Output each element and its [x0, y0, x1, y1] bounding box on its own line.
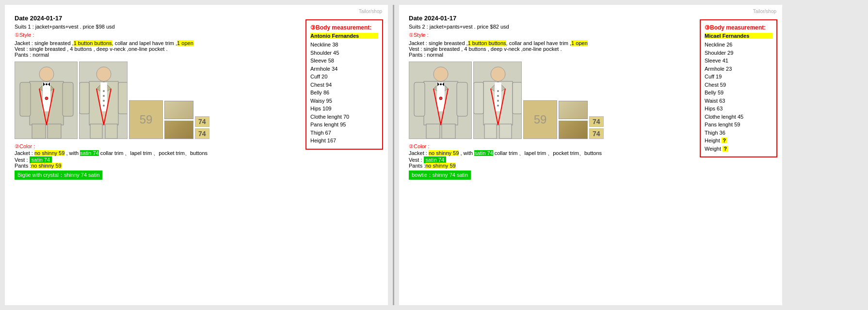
- svg-point-4: [45, 97, 48, 100]
- jacket-color-h1-1: no shinny 59: [34, 150, 64, 156]
- number-tags-1: 74 74: [195, 116, 209, 139]
- m2-clothe: Clothe lenght 45: [705, 113, 772, 121]
- color-label-1: ②Color :: [15, 143, 35, 149]
- number-tag-74b-1: 74: [195, 128, 209, 139]
- jacket-mid-2: , collar and lapel have trim ,: [506, 40, 572, 46]
- tie-label-2: bowtie：shinny 74 satin: [409, 170, 471, 180]
- m2-thigh: Thigh 36: [705, 129, 772, 137]
- page-1: Tailor/shop Date 2024-01-17 Suits 1 : ja…: [5, 5, 388, 305]
- m2-armhole: Armhole 23: [705, 65, 772, 73]
- suit-front-figure-1: [15, 62, 78, 139]
- svg-rect-14: [63, 82, 73, 116]
- svg-point-9: [39, 67, 54, 81]
- m1-shoulder: Shoulder 45: [310, 49, 378, 57]
- suit-front-figure-2: [409, 62, 472, 139]
- m1-clothe: Clothe lenght 70: [310, 113, 378, 121]
- vest-color-h1-2: satin 74: [424, 156, 447, 163]
- jacket-color-1: Jacket : no shinny 59 , with satin 74 co…: [15, 150, 378, 157]
- fabric-swatches-2: [559, 101, 588, 139]
- jacket-color-post-1: collar trim 、lapel trim 、pocket trim、but…: [99, 150, 208, 156]
- badge-number-1: 59: [140, 113, 153, 126]
- m2-cuff: Cuff 19: [705, 73, 772, 81]
- measurement-title-2: ③Body measurement:: [705, 24, 772, 31]
- fabric-swatches-1: [164, 101, 193, 139]
- m2-height-label: Height: [705, 138, 720, 143]
- svg-point-27: [96, 67, 111, 81]
- m1-hips: Hips 109: [310, 105, 378, 113]
- pants-color-pre-2: Pants :: [409, 163, 425, 169]
- jacket-h2-1: 1 open: [177, 40, 193, 46]
- svg-point-20: [103, 95, 105, 97]
- svg-rect-37: [426, 124, 440, 139]
- svg-rect-56: [499, 124, 512, 139]
- number-tags-2: 74 74: [589, 116, 604, 139]
- svg-rect-29: [118, 82, 128, 114]
- svg-point-51: [497, 100, 499, 102]
- jacket-color-mid-2: , with: [459, 150, 474, 156]
- badge-number-2: 59: [534, 113, 547, 126]
- m1-sleeve: Sleeve 58: [310, 57, 378, 65]
- svg-point-22: [103, 105, 105, 107]
- pants-color-1: Pants :no shinny 59: [15, 163, 378, 169]
- measurement-name-1: Antonio Fernandes: [310, 33, 378, 39]
- jacket-color-h1-2: no shinny 59: [429, 150, 459, 156]
- m1-cuff: Cuff 20: [310, 73, 378, 81]
- m2-belly: Belly 59: [705, 89, 772, 97]
- svg-rect-8: [48, 124, 61, 139]
- m1-thigh: Thigh 67: [310, 129, 378, 137]
- badge-area-2: 59: [523, 100, 557, 139]
- m1-chest: Chest 94: [310, 81, 378, 89]
- jacket-color-h2-1: satin 74: [80, 150, 99, 156]
- measurement-title-1: ③Body measurement:: [310, 24, 378, 31]
- color-label-2: ②Color :: [409, 143, 429, 149]
- jacket-h2-2: 1 open: [571, 40, 588, 46]
- style-label-2: ①Style :: [409, 32, 429, 38]
- m2-weight-value: ？: [723, 146, 728, 152]
- m1-belly: Belly 86: [310, 89, 378, 97]
- vest-color-pre-1: Vest :: [15, 157, 30, 163]
- page-number-1: Tailor/shop: [359, 9, 382, 14]
- jacket-h1-1: 1 button buttons: [74, 40, 112, 46]
- svg-rect-25: [90, 124, 102, 139]
- m1-pans: Pans lenght 95: [310, 121, 378, 129]
- svg-point-57: [491, 67, 505, 81]
- badge-area-1: 59: [129, 100, 163, 139]
- svg-rect-7: [32, 124, 46, 139]
- pants-color-h1-2: no shinny 59: [425, 163, 455, 169]
- svg-rect-38: [442, 124, 455, 139]
- svg-point-52: [497, 105, 499, 107]
- jacket-color-post-2: collar trim 、lapel trim 、pocket trim、but…: [493, 150, 602, 156]
- page-separator: [393, 5, 394, 305]
- fabric-swatch-2b: [559, 121, 588, 139]
- vest-color-2: Vest : satin 74: [409, 157, 772, 163]
- number-tag-74-1: 74: [195, 116, 209, 127]
- vest-color-h1-1: satin 74: [30, 156, 52, 163]
- number-tag-74-2: 74: [589, 116, 604, 127]
- fabric-swatch-2a: [559, 101, 588, 119]
- svg-point-42: [440, 83, 442, 85]
- suit-side-figure-1: [79, 62, 128, 139]
- measurement-box-1: ③Body measurement: Antonio Fernandes Nec…: [305, 19, 383, 150]
- jacket-mid-1: , collar and lapel have trim ,: [112, 40, 177, 46]
- page-2: Tailor/shop Date 2024-01-17 Suits 2 : ja…: [399, 5, 782, 305]
- svg-rect-43: [414, 82, 425, 116]
- svg-rect-59: [513, 82, 522, 114]
- jacket-pre-2: Jacket : single breasted ,: [409, 40, 468, 46]
- svg-point-50: [497, 95, 499, 97]
- pants-color-pre-1: Pants :: [15, 163, 31, 169]
- m2-neckline: Neckline 26: [705, 41, 772, 49]
- tie-label-1: Bigtie with crystal：shinny 74 satin: [15, 170, 102, 180]
- vest-color-1: Vest : satin 74: [15, 157, 378, 163]
- m2-waist: Waist 63: [705, 97, 772, 105]
- svg-point-34: [439, 97, 442, 100]
- jacket-pre-1: Jacket : single breasted ,: [15, 40, 74, 46]
- jacket-color-pre-1: Jacket :: [15, 150, 34, 156]
- m2-chest: Chest 59: [705, 81, 772, 89]
- svg-point-19: [103, 90, 105, 92]
- m1-waisy: Waisy 95: [310, 97, 378, 105]
- pants-color-h1-1: no shinny 59: [31, 163, 61, 169]
- svg-point-21: [103, 100, 105, 102]
- m1-neckline: Neckline 38: [310, 41, 378, 49]
- m1-height: Height 167: [310, 137, 378, 145]
- svg-rect-26: [105, 124, 117, 139]
